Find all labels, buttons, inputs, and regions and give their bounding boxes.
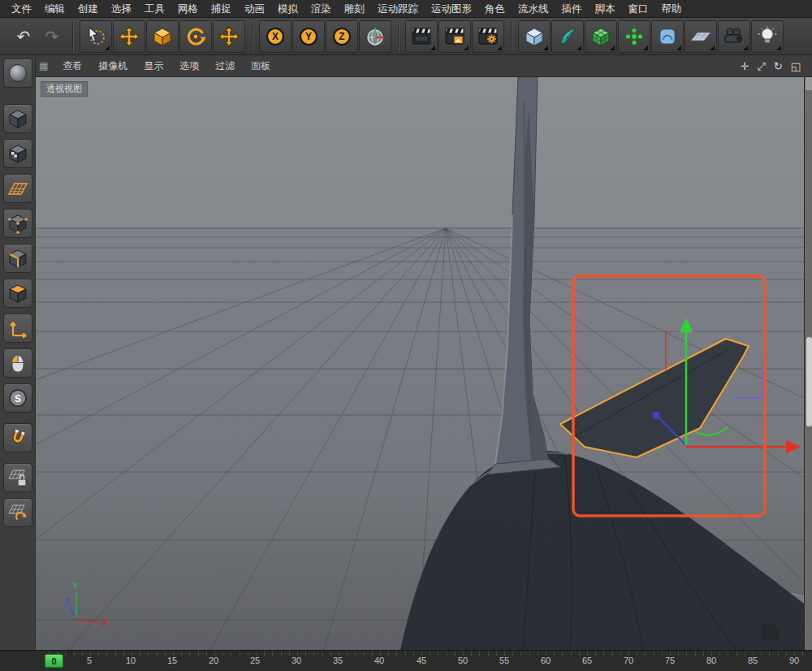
enable-snap-magnet-icon[interactable] — [3, 423, 32, 452]
pen-spline-button[interactable] — [551, 20, 584, 53]
render-picture-viewer-button[interactable] — [438, 20, 471, 53]
floor-button[interactable] — [685, 20, 717, 53]
align-workplane-icon[interactable] — [3, 498, 32, 527]
menu-snap[interactable]: 捕捉 — [205, 0, 238, 18]
render-view-button[interactable] — [405, 20, 438, 53]
coordinate-system-toggle[interactable] — [359, 20, 391, 53]
frame-label: 90 — [789, 656, 799, 665]
x-axis-lock-button[interactable]: X — [259, 20, 292, 53]
deformer-button[interactable] — [651, 20, 684, 53]
frame-label: 50 — [458, 656, 468, 665]
points-mode-icon[interactable] — [3, 209, 32, 238]
floor-grid-icon — [689, 25, 712, 48]
move-icon — [118, 25, 140, 48]
sky — [36, 77, 804, 228]
toggle-view-icon[interactable]: ◱ — [791, 60, 801, 72]
pan-view-icon[interactable]: ✛ — [740, 60, 749, 72]
mograph-cloner-button[interactable] — [618, 20, 650, 53]
frame-label: 15 — [167, 656, 177, 665]
cube-icon — [523, 25, 546, 48]
vp-menu-display[interactable]: 显示 — [136, 55, 171, 77]
texture-mode-icon[interactable] — [3, 139, 32, 168]
camera-button[interactable] — [718, 20, 750, 53]
right-scrollbar[interactable] — [806, 337, 812, 426]
menu-mesh[interactable]: 网格 — [171, 0, 205, 18]
menu-motion-tracker[interactable]: 运动跟踪 — [371, 0, 425, 18]
rotate-tool[interactable] — [179, 20, 212, 53]
rotate-view-icon[interactable]: ↻ — [774, 60, 783, 72]
frame-label: 55 — [499, 656, 509, 665]
menu-tools[interactable]: 工具 — [138, 0, 171, 18]
menu-script[interactable]: 脚本 — [589, 0, 622, 18]
subdivision-surface-button[interactable] — [585, 20, 617, 53]
frame-label: 60 — [541, 656, 551, 665]
frame-label: 45 — [417, 656, 426, 665]
menu-plugins[interactable]: 插件 — [555, 0, 589, 18]
vp-menu-cameras[interactable]: 摄像机 — [90, 55, 136, 77]
z-axis-lock-button[interactable]: Z — [326, 20, 358, 53]
undo-button[interactable]: ↶ — [10, 20, 37, 53]
lock-workplane-icon[interactable] — [3, 463, 32, 492]
menu-select[interactable]: 选择 — [105, 0, 138, 18]
frame-label: 85 — [748, 656, 758, 665]
render-picture-viewer-icon — [443, 25, 466, 48]
light-button[interactable] — [751, 20, 784, 53]
redo-button[interactable]: ↷ — [38, 20, 66, 53]
current-frame-marker[interactable]: 0 — [45, 654, 63, 668]
edges-mode-icon[interactable] — [3, 244, 32, 273]
snap-badge-icon[interactable]: S — [3, 383, 32, 413]
frame-label: 20 — [209, 656, 218, 665]
menu-mograph[interactable]: 运动图形 — [425, 0, 478, 18]
workplane-mode-icon[interactable] — [3, 174, 32, 203]
menu-pipeline[interactable]: 流水线 — [512, 0, 555, 18]
gizmo-z-handle[interactable] — [653, 412, 660, 419]
move-tool[interactable] — [113, 20, 145, 53]
globe-icon — [364, 25, 387, 48]
vp-menu-panel[interactable]: 面板 — [243, 55, 279, 77]
menu-help[interactable]: 帮助 — [655, 0, 689, 18]
deformer-icon — [656, 25, 679, 48]
frame-label: 10 — [126, 656, 136, 665]
left-toolbar: S — [0, 55, 36, 650]
menu-simulate[interactable]: 模拟 — [271, 0, 304, 18]
menu-render[interactable]: 渲染 — [304, 0, 338, 18]
menu-animate[interactable]: 动画 — [238, 0, 271, 18]
polygons-mode-icon[interactable] — [3, 279, 32, 308]
subdivision-surface-icon — [590, 25, 612, 48]
menu-window[interactable]: 窗口 — [622, 0, 655, 18]
vp-menu-filter[interactable]: 过滤 — [207, 55, 243, 77]
menu-character[interactable]: 角色 — [478, 0, 512, 18]
frame-label: 70 — [624, 656, 633, 665]
vp-menu-view[interactable]: 查看 — [54, 55, 90, 77]
frame-label: 65 — [582, 656, 592, 665]
menu-create[interactable]: 创建 — [71, 0, 105, 18]
rotate-icon — [184, 25, 207, 48]
scale-tool[interactable] — [146, 20, 179, 53]
x-axis-icon: X — [264, 25, 287, 48]
right-panel-edge[interactable] — [804, 77, 812, 650]
last-used-tool[interactable] — [213, 20, 245, 53]
toolbar-separator — [398, 21, 400, 52]
menu-edit[interactable]: 编辑 — [38, 0, 71, 18]
timeline-ruler[interactable]: 0 5 10 15 20 25 30 35 40 45 50 55 60 65 … — [0, 650, 812, 671]
viewport-canvas[interactable]: 透视视图 — [36, 77, 804, 650]
menu-sculpt[interactable]: 雕刻 — [338, 0, 371, 18]
svg-text:Y: Y — [305, 31, 312, 42]
frame-label: 75 — [665, 656, 675, 665]
render-settings-button[interactable] — [472, 20, 504, 53]
vp-menu-options[interactable]: 选项 — [171, 55, 207, 77]
viewport-solo-icon[interactable] — [3, 348, 32, 378]
right-panel-tab[interactable] — [806, 77, 812, 90]
add-cube-button[interactable] — [518, 20, 551, 53]
zoom-view-icon[interactable]: ⤢ — [757, 60, 765, 73]
menu-file[interactable]: 文件 — [5, 0, 38, 18]
live-selection-tool[interactable] — [80, 20, 112, 53]
drag-grid-icon[interactable]: ▦ — [39, 60, 48, 71]
toolbar-separator — [72, 21, 74, 52]
frame-label: 35 — [333, 656, 343, 665]
y-axis-lock-button[interactable]: Y — [292, 20, 325, 53]
model-mode-icon[interactable] — [3, 104, 32, 133]
navigation-sphere-icon[interactable] — [3, 58, 32, 88]
light-bulb-icon — [756, 25, 779, 48]
enable-axis-icon[interactable] — [3, 314, 32, 343]
